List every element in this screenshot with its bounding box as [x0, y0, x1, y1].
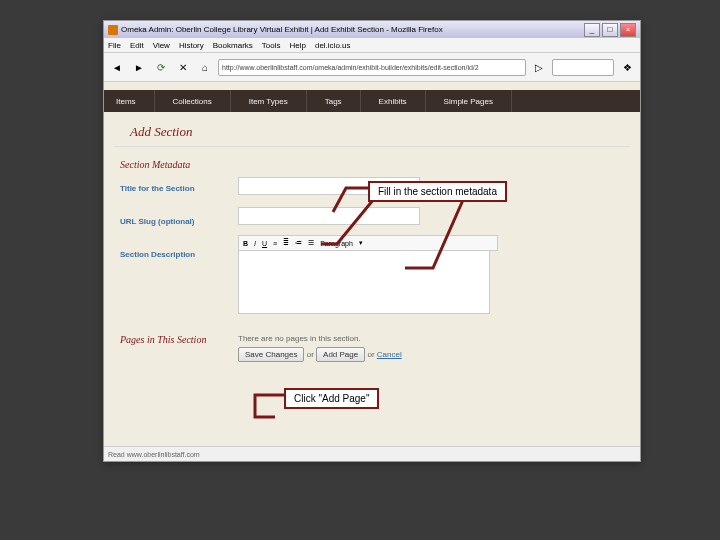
forward-icon[interactable]: ► [130, 58, 148, 76]
add-page-button[interactable]: Add Page [316, 347, 365, 362]
description-editor[interactable] [238, 251, 490, 314]
cancel-link[interactable]: Cancel [377, 350, 402, 359]
reload-icon[interactable]: ⟳ [152, 58, 170, 76]
menu-delicious[interactable]: del.icio.us [315, 41, 351, 50]
editor-toolbar: B I U ≡ ≣ ≔ ☰ Paragraph ▾ [238, 235, 498, 251]
page-heading: Add Section [114, 112, 630, 147]
nav-simplepages[interactable]: Simple Pages [426, 90, 512, 112]
maximize-button[interactable]: □ [602, 23, 618, 37]
title-label: Title for the Section [120, 184, 220, 193]
nav-items[interactable]: Items [104, 90, 155, 112]
tag-icon[interactable]: ❖ [618, 58, 636, 76]
menu-help[interactable]: Help [289, 41, 305, 50]
menu-view[interactable]: View [153, 41, 170, 50]
or-text-2: or [367, 350, 374, 359]
slug-input[interactable] [238, 207, 420, 225]
minimize-button[interactable]: _ [584, 23, 600, 37]
stop-icon[interactable]: ✕ [174, 58, 192, 76]
callout-addpage: Click "Add Page" [284, 388, 379, 409]
section-metadata-label: Section Metadata [120, 159, 220, 170]
list-icon[interactable]: ≔ [295, 239, 302, 247]
go-icon[interactable]: ▷ [530, 58, 548, 76]
menubar: File Edit View History Bookmarks Tools H… [104, 38, 640, 53]
close-button[interactable]: × [620, 23, 636, 37]
back-icon[interactable]: ◄ [108, 58, 126, 76]
underline-icon[interactable]: U [262, 240, 267, 247]
align-center-icon[interactable]: ≣ [283, 239, 289, 247]
menu-bookmarks[interactable]: Bookmarks [213, 41, 253, 50]
window-title: Omeka Admin: Oberlin College Library Vir… [121, 25, 584, 34]
search-box[interactable] [552, 59, 614, 76]
statusbar: Read www.oberlinlibstaff.com [104, 446, 640, 461]
format-select[interactable]: Paragraph [320, 240, 353, 247]
nav-collections[interactable]: Collections [155, 90, 231, 112]
menu-file[interactable]: File [108, 41, 121, 50]
menu-history[interactable]: History [179, 41, 204, 50]
align-left-icon[interactable]: ≡ [273, 240, 277, 247]
pages-heading: Pages in This Section [120, 334, 220, 362]
nav-itemtypes[interactable]: Item Types [231, 90, 307, 112]
no-pages-note: There are no pages in this section. [238, 334, 624, 343]
description-label: Section Description [120, 250, 220, 259]
nav-exhibits[interactable]: Exhibits [361, 90, 426, 112]
url-bar[interactable]: http://www.oberlinlibstaff.com/omeka/adm… [218, 59, 526, 76]
italic-icon[interactable]: I [254, 240, 256, 247]
or-text-1: or [307, 350, 314, 359]
bold-icon[interactable]: B [243, 240, 248, 247]
save-changes-button[interactable]: Save Changes [238, 347, 304, 362]
callout-metadata: Fill in the section metadata [368, 181, 507, 202]
home-icon[interactable]: ⌂ [196, 58, 214, 76]
menu-tools[interactable]: Tools [262, 41, 281, 50]
app-icon [108, 25, 118, 35]
numbered-list-icon[interactable]: ☰ [308, 239, 314, 247]
admin-nav: Items Collections Item Types Tags Exhibi… [104, 90, 640, 112]
toolbar: ◄ ► ⟳ ✕ ⌂ http://www.oberlinlibstaff.com… [104, 53, 640, 82]
chevron-down-icon[interactable]: ▾ [359, 239, 363, 247]
titlebar: Omeka Admin: Oberlin College Library Vir… [104, 21, 640, 38]
slug-label: URL Slug (optional) [120, 217, 220, 226]
menu-edit[interactable]: Edit [130, 41, 144, 50]
nav-tags[interactable]: Tags [307, 90, 361, 112]
